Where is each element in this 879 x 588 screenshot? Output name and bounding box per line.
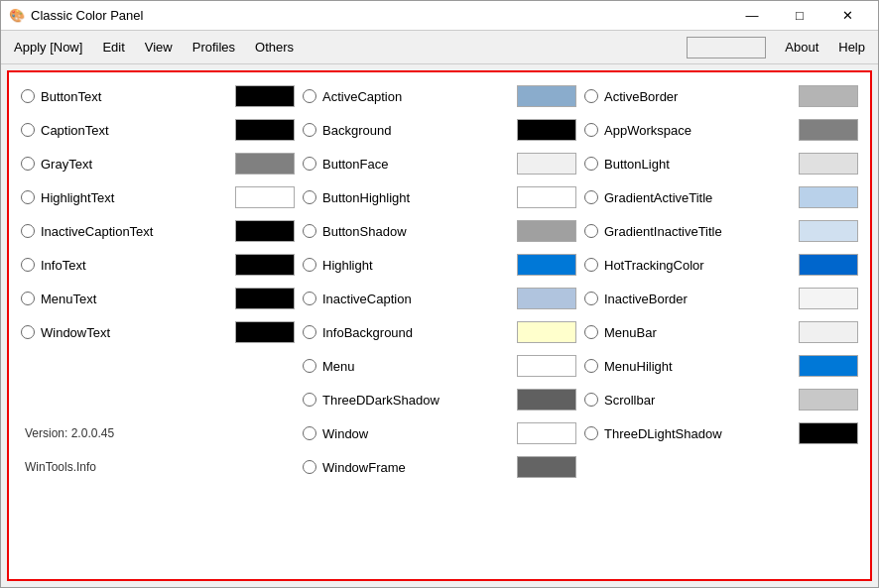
list-item: ButtonHighlight xyxy=(299,181,580,213)
label-hottrackingcolor: HotTrackingColor xyxy=(604,258,793,273)
swatch-windowframe[interactable] xyxy=(517,456,576,478)
radio-captiontext[interactable] xyxy=(21,123,35,137)
maximize-button[interactable]: □ xyxy=(777,5,822,27)
radio-menutext[interactable] xyxy=(21,292,35,305)
menu-profiles[interactable]: Profiles xyxy=(184,35,244,59)
swatch-buttontext[interactable] xyxy=(235,85,295,107)
radio-buttonshadow[interactable] xyxy=(303,224,316,238)
label-infotext: InfoText xyxy=(41,258,229,273)
swatch-inactiveborder[interactable] xyxy=(799,288,858,309)
list-item: WindowText xyxy=(17,316,299,348)
swatch-threedlightshadow[interactable] xyxy=(799,422,858,444)
radio-inactivecaptiontext[interactable] xyxy=(21,224,35,238)
label-activecaption: ActiveCaption xyxy=(322,89,511,104)
list-item: InfoText xyxy=(17,249,299,281)
radio-infotext[interactable] xyxy=(21,258,35,272)
radio-threedarkshadow[interactable] xyxy=(303,393,316,407)
list-item: AppWorkspace xyxy=(580,114,862,146)
label-windowtext: WindowText xyxy=(41,325,229,340)
swatch-menu[interactable] xyxy=(517,355,576,377)
swatch-threedarkshadow[interactable] xyxy=(517,389,576,411)
radio-windowtext[interactable] xyxy=(21,325,35,339)
swatch-inactivecaption[interactable] xyxy=(517,288,576,309)
swatch-infobackground[interactable] xyxy=(517,321,576,343)
color-preview xyxy=(687,37,766,59)
label-threedarkshadow: ThreeDDarkShadow xyxy=(322,393,511,408)
label-menutext: MenuText xyxy=(41,292,229,306)
label-activeborder: ActiveBorder xyxy=(604,89,793,104)
label-menuhilight: MenuHilight xyxy=(604,359,793,374)
menu-view[interactable]: View xyxy=(136,35,182,59)
swatch-menuhilight[interactable] xyxy=(799,355,858,377)
swatch-highlighttext[interactable] xyxy=(235,186,295,208)
menu-about[interactable]: About xyxy=(776,35,827,59)
swatch-menubar[interactable] xyxy=(799,321,858,343)
swatch-buttonface[interactable] xyxy=(517,153,576,175)
menu-others[interactable]: Others xyxy=(246,35,303,59)
radio-inactivecaption[interactable] xyxy=(303,292,316,305)
label-appworkspace: AppWorkspace xyxy=(604,123,793,138)
swatch-buttonshadow[interactable] xyxy=(517,220,576,242)
radio-infobackground[interactable] xyxy=(303,325,316,339)
menu-edit[interactable]: Edit xyxy=(93,35,133,59)
swatch-gradientactivetitle[interactable] xyxy=(799,186,858,208)
swatch-highlight[interactable] xyxy=(517,254,576,276)
close-button[interactable]: ✕ xyxy=(824,5,870,27)
minimize-button[interactable]: — xyxy=(729,5,775,27)
swatch-buttonhighlight[interactable] xyxy=(517,186,576,208)
label-background: Background xyxy=(322,123,511,138)
radio-inactiveborder[interactable] xyxy=(584,292,598,305)
radio-appworkspace[interactable] xyxy=(584,123,598,137)
swatch-activecaption[interactable] xyxy=(517,85,576,107)
radio-activeborder[interactable] xyxy=(584,89,598,103)
swatch-gradientinactivetitle[interactable] xyxy=(799,220,858,242)
radio-gradientinactivetitle[interactable] xyxy=(584,224,598,238)
main-content: ButtonText CaptionText GrayText xyxy=(1,64,878,587)
radio-windowframe[interactable] xyxy=(303,460,316,474)
radio-activecaption[interactable] xyxy=(303,89,316,103)
radio-threedlightshadow[interactable] xyxy=(584,426,598,440)
menu-bar: Apply [Now] Edit View Profiles Others Ab… xyxy=(1,31,878,64)
menu-help[interactable]: Help xyxy=(829,35,874,59)
radio-buttonhighlight[interactable] xyxy=(303,190,316,204)
radio-menu[interactable] xyxy=(303,359,316,373)
swatch-inactivecaptiontext[interactable] xyxy=(235,220,295,242)
radio-menubar[interactable] xyxy=(584,325,598,339)
radio-window[interactable] xyxy=(303,426,316,440)
column-3: ActiveBorder AppWorkspace ButtonLight xyxy=(580,80,862,483)
menu-apply[interactable]: Apply [Now] xyxy=(5,35,91,59)
list-item: MenuBar xyxy=(580,316,862,348)
list-item: ButtonLight xyxy=(580,148,862,179)
column-1: ButtonText CaptionText GrayText xyxy=(17,80,299,483)
label-gradientactivetitle: GradientActiveTitle xyxy=(604,190,793,205)
radio-graytext[interactable] xyxy=(21,157,35,171)
radio-buttontext[interactable] xyxy=(21,89,35,103)
label-window: Window xyxy=(322,426,511,441)
swatch-activeborder[interactable] xyxy=(799,85,858,107)
swatch-windowtext[interactable] xyxy=(235,321,295,343)
version-text: Version: 2.0.0.45 xyxy=(21,422,118,444)
swatch-graytext[interactable] xyxy=(235,153,295,175)
swatch-background[interactable] xyxy=(517,119,576,141)
radio-highlight[interactable] xyxy=(303,258,316,272)
radio-menuhilight[interactable] xyxy=(584,359,598,373)
swatch-captiontext[interactable] xyxy=(235,119,295,141)
swatch-infotext[interactable] xyxy=(235,254,295,276)
radio-buttonface[interactable] xyxy=(303,157,316,171)
swatch-menutext[interactable] xyxy=(235,288,295,309)
list-item: Menu xyxy=(299,350,580,382)
radio-highlighttext[interactable] xyxy=(21,190,35,204)
radio-background[interactable] xyxy=(303,123,316,137)
list-item: ActiveBorder xyxy=(580,80,862,112)
radio-buttonlight[interactable] xyxy=(584,157,598,171)
swatch-appworkspace[interactable] xyxy=(799,119,858,141)
swatch-buttonlight[interactable] xyxy=(799,153,858,175)
swatch-scrollbar[interactable] xyxy=(799,389,858,411)
radio-scrollbar[interactable] xyxy=(584,393,598,407)
swatch-window[interactable] xyxy=(517,422,576,444)
title-bar: 🎨 Classic Color Panel — □ ✕ xyxy=(1,1,878,31)
radio-gradientactivetitle[interactable] xyxy=(584,190,598,204)
radio-hottrackingcolor[interactable] xyxy=(584,258,598,272)
list-item: GrayText xyxy=(17,148,299,179)
swatch-hottrackingcolor[interactable] xyxy=(799,254,858,276)
